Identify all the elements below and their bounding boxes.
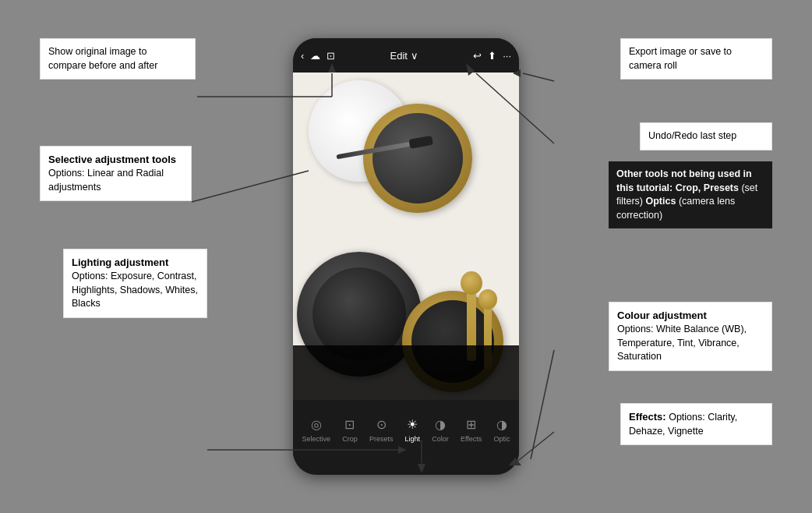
selective-icon: ◎: [311, 417, 322, 432]
optic-label: Optic: [493, 435, 510, 443]
tool-optic[interactable]: ◑ Optic: [493, 417, 510, 443]
light-icon: ☀: [407, 417, 418, 432]
tool-presets[interactable]: ⊙ Presets: [369, 417, 394, 443]
color-icon: ◑: [435, 417, 446, 432]
crop-label: Crop: [342, 435, 358, 443]
selective-label: Selective: [302, 435, 331, 443]
export-icon[interactable]: ⬆: [488, 50, 496, 62]
selective-title: Selective adjustment tools: [48, 153, 183, 167]
colour-title: Colour adjustment: [617, 309, 764, 323]
spoon-1-head: [461, 271, 482, 295]
tool-color[interactable]: ◑ Color: [432, 417, 449, 443]
image-bottom-overlay: [293, 345, 519, 400]
gold-bowl: [363, 104, 472, 213]
annotation-lighting: Lighting adjustment Options: Exposure, C…: [63, 249, 207, 318]
tool-effects[interactable]: ⊞ Effects: [461, 417, 482, 443]
back-icon[interactable]: ‹: [301, 50, 304, 62]
cloud-icon[interactable]: ☁: [310, 50, 320, 62]
other-tools-title-bold: Other tools not being used in this tutor…: [616, 168, 752, 193]
light-label: Light: [405, 435, 421, 443]
tool-selective[interactable]: ◎ Selective: [302, 417, 331, 443]
presets-icon: ⊙: [376, 417, 387, 432]
show-original-text: Show original image to compare before an…: [48, 46, 157, 71]
lighting-title: Lighting adjustment: [72, 256, 199, 270]
effects-title: Effects:: [629, 411, 666, 423]
phone-image: [293, 73, 519, 400]
main-container: ‹ ☁ ⊡ Edit ∨ ↩ ⬆ ···: [24, 15, 788, 498]
undo-text: Undo/Redo last step: [648, 130, 736, 141]
annotation-undo: Undo/Redo last step: [640, 122, 772, 150]
presets-label: Presets: [369, 435, 394, 443]
optic-icon: ◑: [496, 417, 507, 432]
undo-icon[interactable]: ↩: [473, 50, 482, 62]
export-text: Export image or save to camera roll: [629, 46, 732, 71]
phone-toolbar: ‹ ☁ ⊡ Edit ∨ ↩ ⬆ ···: [293, 38, 519, 73]
tool-crop[interactable]: ⊡ Crop: [342, 417, 358, 443]
crop-tool-icon: ⊡: [344, 417, 355, 432]
effects-label: Effects: [461, 435, 482, 443]
annotation-colour: Colour adjustment Options: White Balance…: [609, 302, 772, 371]
toolbar-center: Edit ∨: [390, 50, 418, 62]
annotation-selective: Selective adjustment tools Options: Line…: [40, 146, 192, 201]
lighting-body: Options: Exposure, Contrast, Highlights,…: [72, 270, 199, 311]
edit-dropdown-icon[interactable]: ∨: [411, 50, 418, 62]
crop-icon[interactable]: ⊡: [327, 50, 335, 62]
spoon-2-head: [478, 289, 497, 310]
optics-bold: Optics: [646, 196, 676, 207]
svg-line-10: [531, 350, 554, 459]
phone-bottom-bar: ◎ Selective ⊡ Crop ⊙ Presets ☀ Light ◑ C…: [293, 400, 519, 459]
phone-mockup: ‹ ☁ ⊡ Edit ∨ ↩ ⬆ ···: [293, 38, 519, 475]
annotation-effects: Effects: Options: Clarity, Dehaze, Vigne…: [620, 403, 772, 445]
selective-body: Options: Linear and Radial adjustments: [48, 167, 183, 194]
svg-line-6: [523, 73, 554, 81]
toolbar-left: ‹ ☁ ⊡: [301, 50, 335, 62]
tool-light[interactable]: ☀ Light: [405, 417, 421, 443]
annotation-show-original: Show original image to compare before an…: [40, 38, 196, 80]
edit-label[interactable]: Edit: [390, 50, 408, 62]
annotation-other-tools: Other tools not being used in this tutor…: [609, 161, 772, 228]
svg-line-3: [192, 171, 309, 202]
toolbar-right: ↩ ⬆ ···: [473, 50, 511, 62]
dish-scene: [293, 73, 519, 400]
gold-bowl-inner: [372, 113, 463, 203]
color-label: Color: [432, 435, 449, 443]
annotation-export: Export image or save to camera roll: [620, 38, 772, 80]
more-icon[interactable]: ···: [503, 50, 511, 62]
svg-line-11: [515, 432, 554, 463]
colour-body: Options: White Balance (WB), Temperature…: [617, 323, 764, 364]
effects-icon: ⊞: [466, 417, 476, 432]
